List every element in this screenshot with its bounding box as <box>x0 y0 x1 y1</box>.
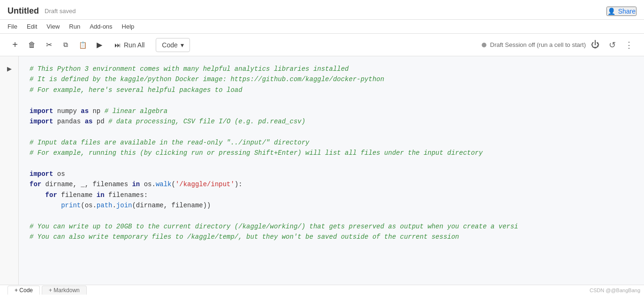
delete-cell-button[interactable]: 🗑 <box>24 38 39 53</box>
menu-item-file[interactable]: File <box>8 23 17 30</box>
code-cell[interactable]: # This Python 3 environment comes with m… <box>19 56 644 285</box>
draft-status: Draft saved <box>45 8 76 15</box>
paste-cell-button[interactable]: 📋 <box>75 38 90 53</box>
menu-item-edit[interactable]: Edit <box>27 23 37 30</box>
copy-icon: ⧉ <box>63 41 68 49</box>
trash-icon: 🗑 <box>28 41 36 49</box>
header-right: 👤 Share <box>606 7 636 16</box>
refresh-button[interactable]: ↺ <box>605 38 620 53</box>
cut-cell-button[interactable]: ✂ <box>41 38 56 53</box>
copy-cell-button[interactable]: ⧉ <box>58 38 73 53</box>
cut-icon: ✂ <box>46 40 52 49</box>
chevron-down-icon: ▾ <box>181 41 184 49</box>
skip-icon: ⏭ <box>114 41 121 49</box>
menu-item-help[interactable]: Help <box>122 23 135 30</box>
notebook-title[interactable]: Untitled <box>8 6 39 16</box>
session-status: Draft Session off (run a cell to start) <box>482 41 586 48</box>
cell-type-dropdown[interactable]: Code ▾ <box>156 38 189 52</box>
person-icon: 👤 <box>607 8 615 15</box>
watermark: CSDN @@BangBang <box>590 287 640 293</box>
refresh-icon: ↺ <box>609 40 616 50</box>
run-all-button[interactable]: ⏭ Run All <box>109 38 150 52</box>
more-icon: ⋮ <box>625 40 633 50</box>
menu-item-view[interactable]: View <box>46 23 60 30</box>
main-content: ▶ # This Python 3 environment comes with… <box>0 56 644 285</box>
play-cell-icon: ▶ <box>7 65 12 72</box>
paste-icon: 📋 <box>79 41 87 49</box>
more-options-button[interactable]: ⋮ <box>621 38 636 53</box>
share-button[interactable]: 👤 Share <box>606 7 636 16</box>
plus-icon: + <box>12 39 18 50</box>
header-left: Untitled Draft saved <box>8 6 76 16</box>
menu-item-run[interactable]: Run <box>69 23 80 30</box>
add-cell-button[interactable]: + <box>8 38 23 53</box>
run-cell-sidebar-button[interactable]: ▶ <box>4 63 15 74</box>
code-content[interactable]: # This Python 3 environment comes with m… <box>30 64 635 242</box>
play-icon: ▶ <box>97 40 102 49</box>
run-cell-button[interactable]: ▶ <box>92 38 107 53</box>
power-button[interactable]: ⏻ <box>588 38 603 53</box>
bottom-tab-0[interactable]: + Code <box>8 286 40 295</box>
bottom-tab-1[interactable]: + Markdown <box>42 286 87 295</box>
bottom-bar: + Code+ Markdown <box>0 285 644 295</box>
toolbar: + 🗑 ✂ ⧉ 📋 ▶ ⏭ Run All Code ▾ Draft Sessi… <box>0 34 644 56</box>
menu-item-addons[interactable]: Add-ons <box>90 23 112 30</box>
menubar: FileEditViewRunAdd-onsHelp <box>0 20 644 34</box>
power-icon: ⏻ <box>591 40 599 50</box>
cell-sidebar: ▶ <box>0 56 19 285</box>
session-dot-icon <box>482 43 486 47</box>
header: Untitled Draft saved 👤 Share <box>0 0 644 20</box>
